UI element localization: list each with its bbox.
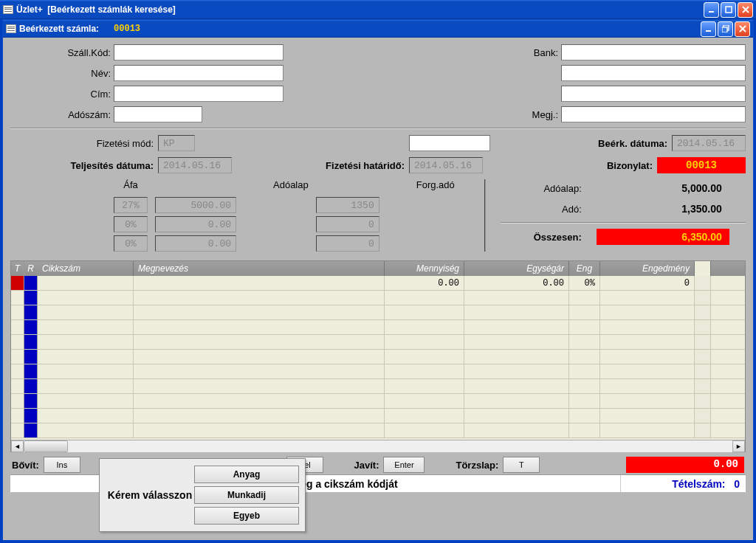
line-items-table[interactable]: T R Cikkszám Megnevezés Mennyiség Egység… [10,260,746,452]
cell-egysegar[interactable] [464,364,569,378]
egyeb-button[interactable]: Egyeb [194,507,299,525]
cell-egysegar[interactable]: 0.00 [464,276,569,290]
bank-input-3[interactable] [561,86,746,102]
th-eng[interactable]: Eng [569,261,600,276]
table-row[interactable] [11,409,745,423]
cell-mennyiseg[interactable]: 0.00 [385,276,464,290]
cell-cikkszam[interactable] [38,320,134,334]
th-cikkszam[interactable]: Cikkszám [38,261,134,276]
cim-input[interactable] [114,86,284,102]
nev-input[interactable] [114,65,284,81]
cell-cikkszam[interactable] [38,335,134,349]
table-row[interactable] [11,394,745,409]
mid-blank-input[interactable] [409,135,490,151]
cell-megnevezes[interactable] [134,350,385,364]
minimize-button[interactable] [704,2,719,18]
cell-mennyiseg[interactable] [385,364,464,378]
cell-eng[interactable] [569,291,600,305]
cell-megnevezes[interactable] [134,409,385,423]
cell-eng[interactable] [569,364,600,378]
cell-mennyiseg[interactable] [385,320,464,334]
adoszam-input[interactable] [114,106,202,122]
inner-restore-button[interactable] [718,21,733,37]
th-egysegar[interactable]: Egységár [464,261,569,276]
th-r[interactable]: R [24,261,38,276]
cell-eng[interactable] [569,320,600,334]
cell-megnevezes[interactable] [134,335,385,349]
cell-egysegar[interactable] [464,305,569,319]
cell-engedmeny[interactable] [600,320,695,334]
cell-eng[interactable] [569,394,600,408]
cell-mennyiseg[interactable] [385,379,464,393]
outer-titlebar[interactable]: Üzlet+ [Beérkezett számlák keresése] [0,0,756,19]
table-row[interactable] [11,379,745,394]
table-row[interactable] [11,291,745,305]
megj-input[interactable] [561,106,746,122]
cell-cikkszam[interactable] [38,379,134,393]
th-megnevezes[interactable]: Megnevezés [134,261,385,276]
th-mennyiseg[interactable]: Mennyiség [385,261,464,276]
cell-megnevezes[interactable] [134,423,385,437]
cell-cikkszam[interactable] [38,409,134,423]
cell-mennyiseg[interactable] [385,409,464,423]
cell-egysegar[interactable] [464,379,569,393]
table-row[interactable] [11,335,745,350]
cell-eng[interactable] [569,423,600,437]
cell-engedmeny[interactable] [600,335,695,349]
cell-eng[interactable] [569,335,600,349]
cell-cikkszam[interactable] [38,350,134,364]
cell-eng[interactable]: 0% [569,276,600,290]
table-row[interactable]: 0.000.000%0 [11,276,745,291]
cell-cikkszam[interactable] [38,423,134,437]
close-button[interactable] [738,2,753,18]
cell-mennyiseg[interactable] [385,423,464,437]
cell-egysegar[interactable] [464,350,569,364]
bank-input-2[interactable] [561,65,746,81]
cell-egysegar[interactable] [464,394,569,408]
cell-egysegar[interactable] [464,335,569,349]
cell-engedmeny[interactable] [600,291,695,305]
cell-mennyiseg[interactable] [385,394,464,408]
cell-megnevezes[interactable] [134,305,385,319]
table-row[interactable] [11,320,745,335]
cell-egysegar[interactable] [464,320,569,334]
cell-mennyiseg[interactable] [385,335,464,349]
cell-cikkszam[interactable] [38,291,134,305]
horizontal-scrollbar[interactable]: ◄ ► [11,440,745,452]
cell-engedmeny[interactable] [600,379,695,393]
cell-cikkszam[interactable] [38,305,134,319]
bank-input[interactable] [561,44,746,60]
scroll-left-button[interactable]: ◄ [11,440,24,452]
cell-eng[interactable] [569,379,600,393]
cell-cikkszam[interactable] [38,364,134,378]
cell-megnevezes[interactable] [134,364,385,378]
cell-mennyiseg[interactable] [385,350,464,364]
cell-megnevezes[interactable] [134,291,385,305]
munkadij-button[interactable]: Munkadij [194,486,299,504]
cell-megnevezes[interactable] [134,276,385,290]
cell-engedmeny[interactable] [600,409,695,423]
maximize-button[interactable] [721,2,736,18]
ins-button[interactable]: Ins [44,457,80,473]
table-row[interactable] [11,364,745,379]
cell-engedmeny[interactable] [600,423,695,437]
szallkod-input[interactable] [114,44,284,60]
table-row[interactable] [11,305,745,320]
inner-minimize-button[interactable] [701,21,716,37]
scroll-thumb[interactable] [24,440,68,452]
cell-eng[interactable] [569,409,600,423]
cell-engedmeny[interactable] [600,394,695,408]
cell-cikkszam[interactable] [38,394,134,408]
th-t[interactable]: T [11,261,24,276]
inner-titlebar[interactable]: Beérkezett számla: 00013 [3,20,753,38]
cell-megnevezes[interactable] [134,379,385,393]
cell-egysegar[interactable] [464,291,569,305]
anyag-button[interactable]: Anyag [194,466,299,483]
cell-egysegar[interactable] [464,423,569,437]
cell-engedmeny[interactable] [600,305,695,319]
cell-eng[interactable] [569,350,600,364]
cell-engedmeny[interactable] [600,350,695,364]
cell-egysegar[interactable] [464,409,569,423]
cell-cikkszam[interactable] [38,276,134,290]
cell-engedmeny[interactable] [600,364,695,378]
